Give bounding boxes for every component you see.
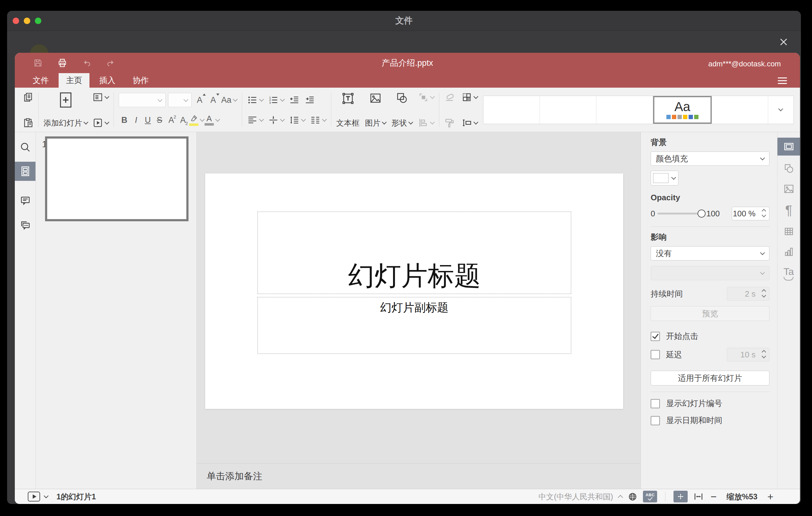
- close-icon[interactable]: [776, 34, 792, 50]
- horizontal-align-button[interactable]: [247, 115, 263, 125]
- chart-settings-icon[interactable]: [783, 246, 794, 257]
- textart-settings-icon[interactable]: Ta: [784, 267, 794, 281]
- slide[interactable]: 幻灯片标题 幻灯片副标题: [205, 173, 623, 409]
- shape-button[interactable]: 形状: [392, 118, 412, 128]
- theme-thumbnail[interactable]: [712, 96, 768, 124]
- redo-icon[interactable]: [106, 58, 115, 67]
- italic-button[interactable]: I: [130, 113, 142, 127]
- line-spacing-button[interactable]: [289, 115, 305, 125]
- traffic-lights: [13, 11, 41, 31]
- spinner-arrows[interactable]: [762, 209, 765, 217]
- columns-button[interactable]: [310, 115, 326, 125]
- tab-home[interactable]: 主页: [59, 73, 89, 88]
- fit-to-width-button[interactable]: [693, 491, 704, 502]
- theme-thumbnail[interactable]: [540, 96, 596, 124]
- decrease-font-button[interactable]: A: [208, 93, 219, 107]
- subscript-button[interactable]: A2: [177, 113, 188, 127]
- slides-panel-tab[interactable]: [15, 162, 35, 181]
- strikeout-button[interactable]: S: [154, 113, 165, 127]
- minimize-traffic-light[interactable]: [24, 18, 30, 24]
- tab-insert[interactable]: 插入: [92, 73, 123, 88]
- zoom-traffic-light[interactable]: [35, 18, 41, 24]
- close-traffic-light[interactable]: [13, 18, 19, 24]
- increase-indent-icon[interactable]: [304, 95, 315, 105]
- spellcheck-button[interactable]: ABC: [643, 491, 657, 503]
- arrange-shapes-button[interactable]: [418, 92, 434, 103]
- opacity-slider-thumb[interactable]: [698, 209, 705, 218]
- add-slide-button[interactable]: 添加幻灯片: [44, 118, 88, 128]
- picture-button[interactable]: 图片: [365, 118, 386, 128]
- save-icon[interactable]: [33, 58, 42, 67]
- fill-type-select[interactable]: 颜色填充: [651, 151, 770, 166]
- show-date-time-checkbox[interactable]: [651, 416, 660, 425]
- delay-checkbox[interactable]: [651, 350, 660, 359]
- fill-color-picker[interactable]: [651, 171, 678, 185]
- font-color-button[interactable]: A: [205, 114, 219, 125]
- slide-thumbnail-1[interactable]: [45, 136, 188, 221]
- language-selector[interactable]: 中文(中华人民共和国): [539, 492, 613, 502]
- effect-select[interactable]: 没有: [651, 246, 770, 260]
- bold-button[interactable]: B: [119, 113, 130, 127]
- start-slideshow-statusbar-button[interactable]: [28, 492, 40, 501]
- show-date-time-label: 显示日期和时间: [666, 415, 722, 426]
- shape-settings-icon[interactable]: [783, 163, 794, 174]
- menu-icon[interactable]: [778, 78, 787, 84]
- select-tool-icon[interactable]: [444, 92, 455, 103]
- theme-gallery-expand[interactable]: [768, 96, 793, 124]
- effect-label: 影响: [651, 232, 770, 242]
- add-slide-icon[interactable]: [60, 92, 72, 108]
- picture-icon[interactable]: [369, 92, 382, 104]
- underline-button[interactable]: U: [142, 113, 153, 127]
- slideshow-options-chevron[interactable]: [44, 493, 49, 498]
- highlight-color-button[interactable]: [189, 114, 204, 126]
- zoom-level: 缩放%53: [727, 492, 757, 502]
- theme-thumbnail[interactable]: [484, 96, 540, 124]
- show-slide-number-checkbox[interactable]: [651, 399, 660, 408]
- slide-settings-tab[interactable]: [778, 138, 800, 155]
- slide-layout-button[interactable]: [92, 92, 109, 103]
- opacity-slider[interactable]: [658, 212, 704, 214]
- copy-style-icon[interactable]: [444, 118, 455, 128]
- apply-to-all-slides-button[interactable]: 适用于所有幻灯片: [651, 371, 770, 385]
- interface-theme-button[interactable]: [462, 92, 477, 103]
- image-settings-icon[interactable]: [783, 183, 794, 194]
- textbox-button[interactable]: 文本框: [336, 118, 359, 128]
- vertical-align-button[interactable]: [268, 115, 284, 125]
- comments-icon[interactable]: [20, 195, 31, 206]
- theme-thumbnail[interactable]: [596, 96, 653, 124]
- fit-to-slide-button[interactable]: [673, 491, 688, 503]
- subtitle-placeholder[interactable]: 幻灯片副标题: [257, 297, 571, 354]
- zoom-in-button[interactable]: +: [767, 491, 774, 502]
- align-shapes-button[interactable]: [418, 118, 434, 128]
- paragraph-settings-icon[interactable]: ¶: [785, 204, 792, 217]
- print-icon[interactable]: [57, 58, 67, 68]
- slide-canvas[interactable]: 幻灯片标题 幻灯片副标题 单击添加备注: [197, 132, 640, 489]
- numbered-list-button[interactable]: 123: [268, 95, 284, 105]
- change-case-button[interactable]: Aa: [221, 93, 237, 107]
- document-language-icon[interactable]: [628, 492, 637, 501]
- chat-icon[interactable]: [20, 220, 31, 231]
- notes-area[interactable]: 单击添加备注: [197, 463, 640, 489]
- paste-icon[interactable]: [23, 118, 33, 128]
- slide-size-button[interactable]: [462, 118, 477, 128]
- search-icon[interactable]: [20, 141, 31, 153]
- copy-icon[interactable]: [23, 92, 33, 103]
- zoom-out-button[interactable]: −: [710, 491, 717, 502]
- bullet-list-button[interactable]: [247, 95, 263, 105]
- title-placeholder[interactable]: 幻灯片标题: [257, 211, 571, 294]
- start-slideshow-button[interactable]: [92, 118, 109, 128]
- decrease-indent-icon[interactable]: [289, 95, 299, 105]
- tab-file[interactable]: 文件: [25, 73, 56, 88]
- theme-thumbnail-selected[interactable]: Aa: [653, 96, 712, 124]
- table-settings-icon[interactable]: [783, 226, 794, 237]
- opacity-input[interactable]: 100 %: [732, 207, 770, 220]
- font-name-select[interactable]: [119, 93, 166, 107]
- increase-font-button[interactable]: A: [194, 93, 205, 107]
- shape-icon[interactable]: [396, 92, 408, 104]
- undo-icon[interactable]: [82, 58, 91, 67]
- tab-collaboration[interactable]: 协作: [125, 73, 156, 88]
- superscript-button[interactable]: A2: [166, 113, 177, 127]
- textbox-icon[interactable]: [342, 92, 354, 105]
- start-on-click-checkbox[interactable]: [651, 332, 660, 341]
- font-size-select[interactable]: [168, 93, 192, 107]
